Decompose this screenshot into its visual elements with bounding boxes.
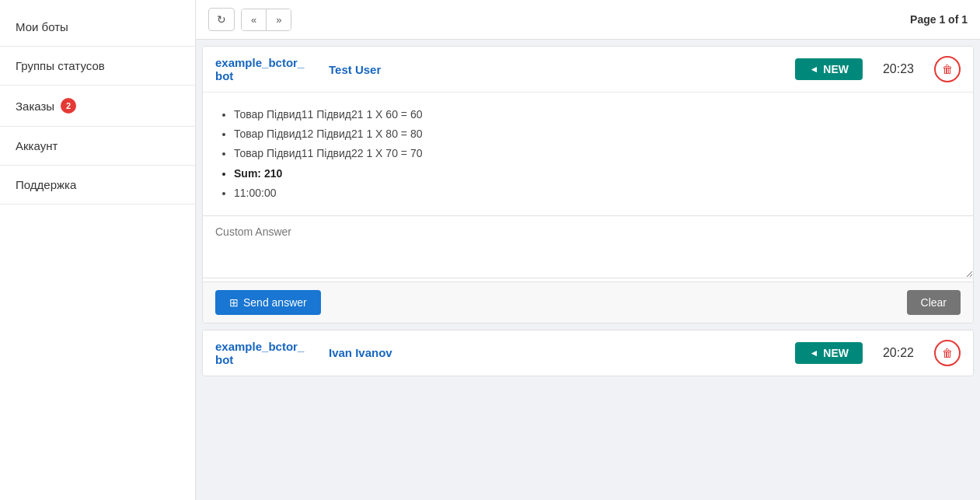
refresh-button[interactable]: ↻ [208,8,235,31]
sidebar-item-label: Аккаунт [16,139,58,152]
list-item-time: 11:00:00 [234,184,957,203]
sidebar-item-account[interactable]: Аккаунт [0,127,195,166]
order-card: example_bctor_ bot Test User ◄ NEW 20:23… [202,46,974,323]
trash-icon: 🗑 [942,63,953,75]
custom-answer-input[interactable] [203,216,973,278]
sidebar-item-label: Группы статусов [16,59,105,72]
list-item: Товар Підвид12 Підвид21 1 X 80 = 80 [234,124,957,144]
delete-order-button[interactable]: 🗑 [934,56,961,82]
user-name: Test User [329,63,783,76]
order-body: Товар Підвид11 Підвид21 1 X 60 = 60 Това… [203,92,973,215]
toolbar: ↻ « » Page 1 of 1 [196,0,980,40]
trash-icon: 🗑 [942,347,953,359]
order-items-list: Товар Підвид11 Підвид21 1 X 60 = 60 Това… [218,105,957,203]
action-row: ⊞ Send answer Clear [203,281,973,323]
bot-name: example_bctor_ bot [215,56,316,82]
order-header: example_bctor_ bot Test User ◄ NEW 20:23… [203,47,973,92]
sidebar-item-status-groups[interactable]: Группы статусов [0,47,195,86]
sidebar-item-orders[interactable]: Заказы 2 [0,86,195,127]
orders-list: example_bctor_ bot Test User ◄ NEW 20:23… [196,40,980,500]
arrow-icon: ◄ [809,348,818,358]
refresh-icon: ↻ [217,13,226,26]
next-page-button[interactable]: » [267,9,291,30]
bot-name: example_bctor_ bot [215,340,316,366]
sidebar-item-label: Мои боты [16,20,68,33]
order-time: 20:22 [875,346,922,360]
user-name: Ivan Ivanov [329,346,783,359]
send-label: Send answer [243,296,307,309]
sidebar: Мои боты Группы статусов Заказы 2 Аккаун… [0,0,196,500]
sidebar-item-label: Поддержка [16,178,76,191]
send-icon: ⊞ [229,296,239,309]
new-status-badge[interactable]: ◄ NEW [795,58,863,80]
list-item: Товар Підвид11 Підвид22 1 X 70 = 70 [234,144,957,163]
page-info: Page 1 of 1 [910,13,968,26]
clear-button[interactable]: Clear [907,290,961,315]
sidebar-item-my-bots[interactable]: Мои боты [0,8,195,47]
order-time: 20:23 [875,62,922,76]
prev-page-button[interactable]: « [242,9,267,30]
list-item: Товар Підвид11 Підвид21 1 X 60 = 60 [234,105,957,124]
list-item-sum: Sum: 210 [234,164,957,184]
arrow-icon: ◄ [809,64,818,75]
new-status-badge[interactable]: ◄ NEW [795,342,863,364]
orders-badge: 2 [61,98,76,114]
new-label: NEW [823,63,849,75]
send-answer-button[interactable]: ⊞ Send answer [215,290,321,315]
custom-answer-area [203,215,973,281]
delete-order-button[interactable]: 🗑 [934,340,961,366]
main-content: ↻ « » Page 1 of 1 example_bctor_ bot Tes… [196,0,980,500]
order-card: example_bctor_ bot Ivan Ivanov ◄ NEW 20:… [202,330,974,376]
new-label: NEW [823,347,849,359]
sidebar-item-support[interactable]: Поддержка [0,166,195,205]
pagination-nav: « » [241,9,291,31]
order-header: example_bctor_ bot Ivan Ivanov ◄ NEW 20:… [203,330,973,376]
sidebar-item-label: Заказы [16,100,54,113]
